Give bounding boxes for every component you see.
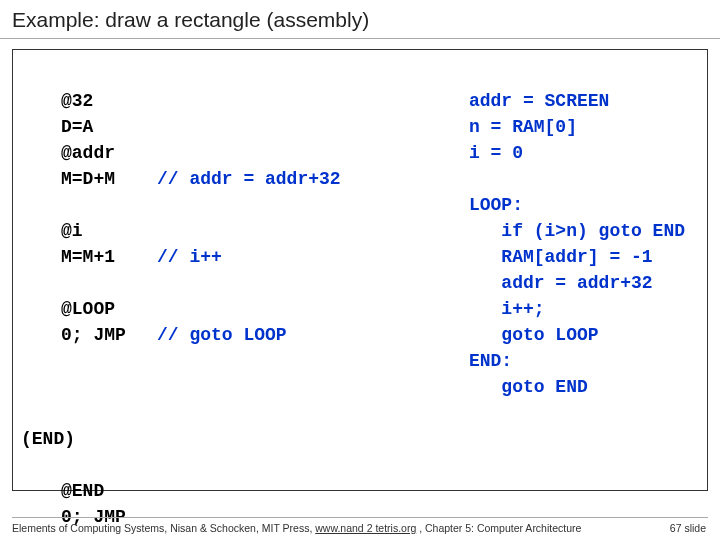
footer: Elements of Computing Systems, Nisan & S… — [12, 517, 708, 534]
pseudo-line: RAM[addr] = -1 — [469, 247, 653, 267]
asm-comment: // goto LOOP — [157, 325, 287, 345]
asm-comment: // addr = addr+32 — [157, 169, 341, 189]
pseudo-line: i++; — [469, 299, 545, 319]
asm-line: M=D+M — [61, 166, 157, 192]
asm-line: @i — [61, 221, 83, 241]
asm-line: D=A — [61, 117, 93, 137]
pseudo-line: goto LOOP — [469, 325, 599, 345]
assembly-code: @32 D=A @addr M=D+M// addr = addr+32 @i … — [61, 62, 341, 348]
footer-text: , Chapter 5: Computer Architecture — [416, 522, 581, 534]
pseudo-line: addr = addr+32 — [469, 273, 653, 293]
end-label: (END) — [21, 426, 75, 452]
asm-line: M=M+1 — [61, 244, 157, 270]
footer-text: Elements of Computing Systems, Nisan & S… — [12, 522, 315, 534]
pseudo-line: addr = SCREEN — [469, 91, 609, 111]
footer-link[interactable]: www.nand 2 tetris.org — [315, 522, 416, 534]
asm-line: @32 — [61, 91, 93, 111]
pseudo-line: goto END — [469, 377, 588, 397]
asm-comment: // i++ — [157, 247, 222, 267]
slide-title: Example: draw a rectangle (assembly) — [0, 0, 720, 39]
pseudocode: addr = SCREEN n = RAM[0] i = 0 LOOP: if … — [469, 62, 685, 400]
pseudo-line: n = RAM[0] — [469, 117, 577, 137]
pseudo-line: i = 0 — [469, 143, 523, 163]
page-number: 67 slide — [670, 522, 706, 534]
asm-line: @addr — [61, 143, 115, 163]
asm-line: @END — [61, 481, 104, 501]
pseudo-line: if (i>n) goto END — [469, 221, 685, 241]
content-box: @32 D=A @addr M=D+M// addr = addr+32 @i … — [12, 49, 708, 491]
pseudo-line: LOOP: — [469, 195, 523, 215]
pseudo-line: END: — [469, 351, 512, 371]
asm-line: 0; JMP — [61, 322, 157, 348]
asm-line: @LOOP — [61, 299, 115, 319]
